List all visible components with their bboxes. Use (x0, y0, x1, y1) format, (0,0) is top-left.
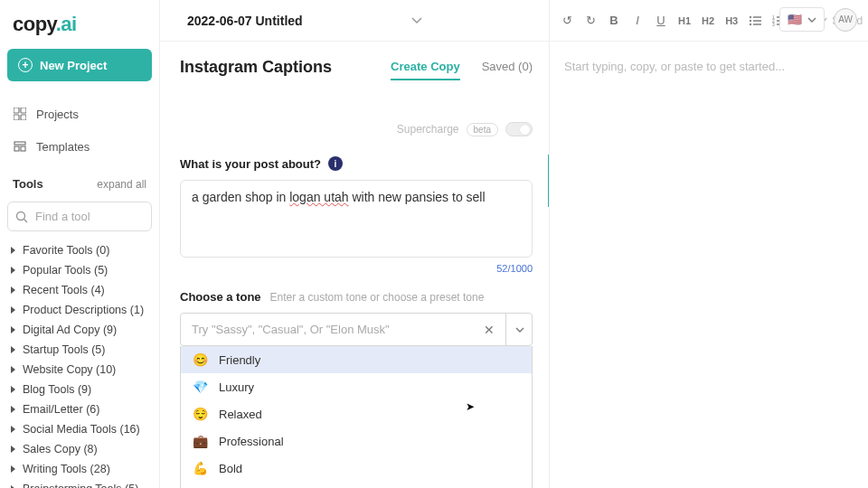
chevron-right-icon (11, 306, 15, 314)
tone-option[interactable]: 💼Professional (181, 427, 532, 455)
bullet-list-icon[interactable] (749, 15, 761, 26)
tool-group[interactable]: Startup Tools (5) (7, 340, 152, 360)
svg-point-9 (750, 15, 751, 17)
project-title[interactable]: 2022-06-07 Untitled (187, 14, 303, 28)
tool-group-label: Digital Ad Copy (9) (23, 324, 117, 336)
supercharge-row: Supercharge beta (180, 86, 533, 156)
tone-option-label: Friendly (219, 353, 260, 367)
new-project-button[interactable]: + New Project (7, 49, 152, 81)
chevron-right-icon (11, 326, 15, 333)
tool-search[interactable] (7, 202, 152, 231)
h3-button[interactable]: H3 (725, 15, 738, 26)
nav-templates-label: Templates (36, 140, 90, 154)
tab-create-copy[interactable]: Create Copy (391, 54, 460, 80)
topbar: 2022-06-07 Untitled (160, 0, 549, 42)
tabs: Create Copy Saved (0) (391, 54, 533, 80)
beta-badge: beta (467, 123, 498, 136)
nav-projects[interactable]: Projects (7, 99, 152, 128)
tone-option[interactable]: 💎Luxury (181, 373, 532, 400)
tab-saved[interactable]: Saved (0) (482, 54, 533, 80)
tone-option[interactable]: 💪Bold (181, 455, 532, 482)
editor-body[interactable]: Start typing, copy, or paste to get star… (550, 42, 868, 91)
tone-label: Choose a tone (180, 290, 261, 304)
tool-group[interactable]: Brainstorming Tools (5) (7, 479, 152, 488)
page-title: Instagram Captions (180, 58, 332, 77)
tool-group[interactable]: Writing Tools (28) (7, 459, 152, 479)
main: 2022-06-07 Untitled Instagram Captions C… (160, 0, 550, 488)
sidebar: copy.ai + New Project Projects Templates… (0, 0, 160, 488)
tool-group[interactable]: Popular Tools (5) (7, 260, 152, 280)
tools-header: Tools expand all (7, 168, 152, 198)
svg-rect-3 (21, 115, 26, 120)
form-column: Instagram Captions Create Copy Saved (0)… (160, 42, 549, 488)
tone-dropdown: 😊Friendly💎Luxury😌Relaxed💼Professional💪Bo… (180, 346, 533, 488)
tool-group[interactable]: Product Descriptions (1) (7, 300, 152, 320)
tool-group[interactable]: Favorite Tools (0) (7, 240, 152, 260)
editor-column: ↺ ↻ B I U H1 H2 H3 123 ••• Saved (550, 0, 868, 488)
info-icon[interactable]: i (328, 156, 343, 171)
templates-icon (13, 139, 27, 154)
tone-option-label: Professional (219, 435, 284, 448)
tool-group[interactable]: Sales Copy (8) (7, 439, 152, 459)
svg-rect-4 (14, 142, 25, 145)
tool-group-label: Sales Copy (8) (23, 443, 98, 455)
post-about-textarea[interactable]: a garden shop in logan utah with new pan… (180, 180, 533, 258)
avatar[interactable]: AW (834, 8, 857, 32)
tools-label: Tools (13, 177, 43, 191)
char-count: 52/1000 (180, 263, 533, 274)
nav-templates[interactable]: Templates (7, 132, 152, 161)
svg-point-13 (750, 23, 751, 24)
svg-rect-12 (753, 20, 761, 22)
tone-field[interactable]: ✕ (180, 313, 533, 346)
tone-option[interactable]: 🔺Adventurous (181, 482, 532, 488)
tool-group[interactable]: Email/Letter (6) (7, 399, 152, 419)
close-panel-tab[interactable]: Close (548, 155, 549, 207)
tool-group-label: Favorite Tools (0) (23, 244, 109, 257)
tone-option[interactable]: 😌Relaxed (181, 400, 532, 427)
chevron-right-icon (11, 247, 15, 254)
chevron-right-icon (11, 386, 15, 393)
italic-button[interactable]: I (631, 14, 644, 27)
tool-group-label: Blog Tools (9) (23, 383, 91, 396)
tool-group-label: Recent Tools (4) (23, 284, 105, 296)
undo-icon[interactable]: ↺ (561, 14, 573, 27)
plus-icon: + (18, 58, 33, 72)
tool-group[interactable]: Social Media Tools (16) (7, 419, 152, 439)
clear-icon[interactable]: ✕ (480, 319, 498, 341)
tool-group[interactable]: Recent Tools (4) (7, 280, 152, 300)
tool-group[interactable]: Blog Tools (9) (7, 380, 152, 399)
editor-placeholder: Start typing, copy, or paste to get star… (564, 60, 785, 73)
svg-rect-5 (14, 146, 19, 151)
chevron-right-icon (11, 465, 15, 473)
supercharge-label: Supercharge (397, 123, 459, 136)
tool-group-label: Popular Tools (5) (23, 264, 108, 277)
tool-group-label: Website Copy (10) (23, 363, 116, 376)
svg-point-7 (17, 211, 25, 220)
post-about-label: What is your post about? i (180, 156, 533, 171)
bold-button[interactable]: B (608, 14, 620, 27)
svg-rect-1 (21, 108, 26, 113)
h1-button[interactable]: H1 (678, 15, 691, 26)
tone-option[interactable]: 😊Friendly (181, 346, 532, 373)
language-dropdown[interactable]: 🇺🇸 (779, 7, 825, 32)
nav-projects-label: Projects (36, 108, 79, 121)
tool-group[interactable]: Website Copy (10) (7, 360, 152, 380)
tool-group-label: Brainstorming Tools (5) (23, 483, 138, 488)
svg-text:3: 3 (772, 22, 775, 26)
tone-option-label: Relaxed (219, 408, 262, 421)
svg-line-8 (24, 219, 28, 222)
logo-suffix: .ai (56, 13, 77, 35)
svg-rect-14 (753, 23, 761, 25)
chevron-right-icon (11, 446, 15, 453)
underline-button[interactable]: U (655, 14, 667, 27)
tool-search-input[interactable] (7, 202, 152, 231)
expand-all-link[interactable]: expand all (97, 178, 146, 191)
redo-icon[interactable]: ↻ (584, 14, 597, 27)
tool-group[interactable]: Digital Ad Copy (9) (7, 320, 152, 340)
supercharge-toggle[interactable] (505, 122, 533, 136)
tone-emoji-icon: 💪 (192, 461, 208, 475)
project-dropdown-icon[interactable] (411, 17, 422, 24)
h2-button[interactable]: H2 (702, 15, 714, 26)
svg-rect-10 (753, 16, 761, 18)
chevron-down-icon[interactable] (505, 313, 533, 346)
